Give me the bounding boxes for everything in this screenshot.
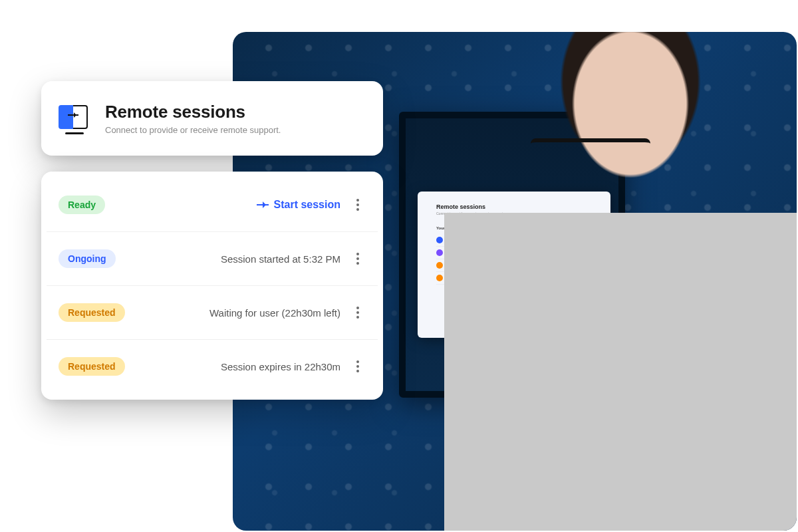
row-menu-button[interactable] xyxy=(350,307,366,319)
start-session-label: Start session xyxy=(274,199,340,211)
page-title: Remote sessions xyxy=(105,102,281,122)
session-row: Ongoing Session started at 5:32 PM xyxy=(47,232,378,286)
row-menu-button[interactable] xyxy=(350,253,366,265)
arrow-right-icon xyxy=(257,204,269,205)
session-row: Ready Start session xyxy=(47,178,378,232)
status-badge: Ready xyxy=(59,196,105,214)
sessions-list-card: Ready Start session Ongoing Session star… xyxy=(41,172,383,400)
person-silhouette xyxy=(444,32,797,531)
status-badge: Ongoing xyxy=(59,249,116,268)
row-menu-button[interactable] xyxy=(350,360,366,372)
start-session-button[interactable]: Start session xyxy=(257,199,340,211)
remote-sessions-header-card: Remote sessions Connect to provide or re… xyxy=(41,81,383,156)
session-row: Requested Session expires in 22h30m xyxy=(47,340,378,393)
status-badge: Requested xyxy=(59,357,125,376)
glasses xyxy=(531,138,650,172)
row-menu-button[interactable] xyxy=(350,199,366,211)
session-detail: Session expires in 22h30m xyxy=(221,361,340,372)
page-subtitle: Connect to provide or receive remote sup… xyxy=(105,125,281,135)
remote-session-icon xyxy=(59,102,90,134)
session-row: Requested Waiting for user (22h30m left) xyxy=(47,286,378,340)
session-detail: Session started at 5:32 PM xyxy=(221,253,340,265)
status-badge: Requested xyxy=(59,303,125,322)
session-detail: Waiting for user (22h30m left) xyxy=(209,307,340,319)
